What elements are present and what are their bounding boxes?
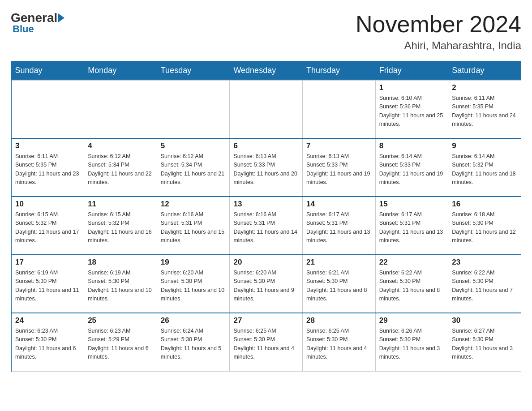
table-row: 30Sunrise: 6:27 AMSunset: 5:30 PMDayligh…: [448, 313, 521, 371]
day-number: 18: [88, 258, 153, 267]
day-info: Sunrise: 6:14 AMSunset: 5:32 PMDaylight:…: [452, 152, 517, 187]
day-info: Sunrise: 6:15 AMSunset: 5:32 PMDaylight:…: [15, 210, 80, 245]
day-info: Sunrise: 6:11 AMSunset: 5:35 PMDaylight:…: [452, 94, 517, 129]
table-row: 28Sunrise: 6:25 AMSunset: 5:30 PMDayligh…: [303, 313, 376, 371]
table-row: 20Sunrise: 6:20 AMSunset: 5:30 PMDayligh…: [230, 255, 303, 313]
day-info: Sunrise: 6:12 AMSunset: 5:34 PMDaylight:…: [161, 152, 226, 187]
table-row: [303, 80, 376, 138]
day-info: Sunrise: 6:11 AMSunset: 5:35 PMDaylight:…: [15, 152, 80, 187]
table-row: 11Sunrise: 6:15 AMSunset: 5:32 PMDayligh…: [84, 197, 157, 255]
col-sunday: Sunday: [11, 61, 84, 81]
day-info: Sunrise: 6:20 AMSunset: 5:30 PMDaylight:…: [161, 269, 226, 304]
table-row: 29Sunrise: 6:26 AMSunset: 5:30 PMDayligh…: [375, 313, 448, 371]
day-number: 7: [306, 141, 372, 150]
day-info: Sunrise: 6:16 AMSunset: 5:31 PMDaylight:…: [233, 210, 299, 245]
table-row: 25Sunrise: 6:23 AMSunset: 5:29 PMDayligh…: [84, 313, 157, 371]
day-info: Sunrise: 6:23 AMSunset: 5:30 PMDaylight:…: [15, 327, 80, 362]
col-monday: Monday: [84, 61, 157, 81]
table-row: 12Sunrise: 6:16 AMSunset: 5:31 PMDayligh…: [157, 197, 230, 255]
day-number: 11: [88, 200, 153, 209]
day-info: Sunrise: 6:14 AMSunset: 5:33 PMDaylight:…: [379, 152, 445, 187]
table-row: 9Sunrise: 6:14 AMSunset: 5:32 PMDaylight…: [448, 138, 521, 197]
day-number: 8: [379, 141, 445, 150]
day-info: Sunrise: 6:20 AMSunset: 5:30 PMDaylight:…: [233, 269, 299, 304]
day-number: 27: [233, 316, 299, 325]
day-info: Sunrise: 6:25 AMSunset: 5:30 PMDaylight:…: [233, 327, 299, 362]
day-info: Sunrise: 6:23 AMSunset: 5:29 PMDaylight:…: [88, 327, 153, 362]
table-row: [11, 80, 84, 138]
col-wednesday: Wednesday: [230, 61, 303, 81]
day-number: 29: [379, 316, 445, 325]
calendar-header-row: Sunday Monday Tuesday Wednesday Thursday…: [11, 61, 521, 81]
day-number: 5: [161, 141, 226, 150]
day-info: Sunrise: 6:21 AMSunset: 5:30 PMDaylight:…: [306, 269, 372, 304]
day-number: 22: [379, 258, 445, 267]
day-number: 13: [233, 200, 299, 209]
day-number: 28: [306, 316, 372, 325]
calendar-week-row: 10Sunrise: 6:15 AMSunset: 5:32 PMDayligh…: [11, 197, 521, 255]
day-number: 23: [452, 258, 517, 267]
day-number: 17: [15, 258, 80, 267]
calendar-week-row: 24Sunrise: 6:23 AMSunset: 5:30 PMDayligh…: [11, 313, 521, 371]
day-number: 19: [161, 258, 226, 267]
day-number: 25: [88, 316, 153, 325]
table-row: 5Sunrise: 6:12 AMSunset: 5:34 PMDaylight…: [157, 138, 230, 197]
table-row: 22Sunrise: 6:22 AMSunset: 5:30 PMDayligh…: [375, 255, 448, 313]
table-row: 21Sunrise: 6:21 AMSunset: 5:30 PMDayligh…: [303, 255, 376, 313]
table-row: 19Sunrise: 6:20 AMSunset: 5:30 PMDayligh…: [157, 255, 230, 313]
table-row: 23Sunrise: 6:22 AMSunset: 5:30 PMDayligh…: [448, 255, 521, 313]
col-thursday: Thursday: [303, 61, 376, 81]
day-info: Sunrise: 6:19 AMSunset: 5:30 PMDaylight:…: [15, 269, 80, 304]
month-title: November 2024: [356, 11, 521, 38]
calendar-table: Sunday Monday Tuesday Wednesday Thursday…: [11, 61, 521, 372]
table-row: 17Sunrise: 6:19 AMSunset: 5:30 PMDayligh…: [11, 255, 84, 313]
day-number: 1: [379, 83, 445, 92]
day-number: 21: [306, 258, 372, 267]
day-number: 24: [15, 316, 80, 325]
table-row: [230, 80, 303, 138]
page-header: General Blue November 2024 Ahiri, Mahara…: [11, 11, 521, 52]
day-number: 9: [452, 141, 517, 150]
table-row: 27Sunrise: 6:25 AMSunset: 5:30 PMDayligh…: [230, 313, 303, 371]
table-row: [157, 80, 230, 138]
day-info: Sunrise: 6:26 AMSunset: 5:30 PMDaylight:…: [379, 327, 445, 362]
day-number: 2: [452, 83, 517, 92]
table-row: 18Sunrise: 6:19 AMSunset: 5:30 PMDayligh…: [84, 255, 157, 313]
day-info: Sunrise: 6:24 AMSunset: 5:30 PMDaylight:…: [161, 327, 226, 362]
day-info: Sunrise: 6:19 AMSunset: 5:30 PMDaylight:…: [88, 269, 153, 304]
day-number: 4: [88, 141, 153, 150]
logo-blue-text: Blue: [13, 23, 34, 35]
day-number: 26: [161, 316, 226, 325]
logo: General Blue: [11, 11, 65, 35]
day-info: Sunrise: 6:13 AMSunset: 5:33 PMDaylight:…: [233, 152, 299, 187]
table-row: 6Sunrise: 6:13 AMSunset: 5:33 PMDaylight…: [230, 138, 303, 197]
table-row: 8Sunrise: 6:14 AMSunset: 5:33 PMDaylight…: [375, 138, 448, 197]
title-area: November 2024 Ahiri, Maharashtra, India: [356, 11, 521, 52]
day-number: 16: [452, 200, 517, 209]
col-friday: Friday: [375, 61, 448, 81]
table-row: 7Sunrise: 6:13 AMSunset: 5:33 PMDaylight…: [303, 138, 376, 197]
day-info: Sunrise: 6:17 AMSunset: 5:31 PMDaylight:…: [379, 210, 445, 245]
table-row: 10Sunrise: 6:15 AMSunset: 5:32 PMDayligh…: [11, 197, 84, 255]
table-row: 3Sunrise: 6:11 AMSunset: 5:35 PMDaylight…: [11, 138, 84, 197]
day-info: Sunrise: 6:16 AMSunset: 5:31 PMDaylight:…: [161, 210, 226, 245]
table-row: 16Sunrise: 6:18 AMSunset: 5:30 PMDayligh…: [448, 197, 521, 255]
day-info: Sunrise: 6:10 AMSunset: 5:36 PMDaylight:…: [379, 94, 445, 129]
table-row: 14Sunrise: 6:17 AMSunset: 5:31 PMDayligh…: [303, 197, 376, 255]
day-info: Sunrise: 6:25 AMSunset: 5:30 PMDaylight:…: [306, 327, 372, 362]
day-info: Sunrise: 6:22 AMSunset: 5:30 PMDaylight:…: [379, 269, 445, 304]
location-title: Ahiri, Maharashtra, India: [356, 39, 521, 52]
table-row: 13Sunrise: 6:16 AMSunset: 5:31 PMDayligh…: [230, 197, 303, 255]
calendar-week-row: 1Sunrise: 6:10 AMSunset: 5:36 PMDaylight…: [11, 80, 521, 138]
logo-arrow-icon: [58, 13, 64, 22]
day-info: Sunrise: 6:18 AMSunset: 5:30 PMDaylight:…: [452, 210, 517, 245]
col-saturday: Saturday: [448, 61, 521, 81]
table-row: 15Sunrise: 6:17 AMSunset: 5:31 PMDayligh…: [375, 197, 448, 255]
day-info: Sunrise: 6:15 AMSunset: 5:32 PMDaylight:…: [88, 210, 153, 245]
day-info: Sunrise: 6:12 AMSunset: 5:34 PMDaylight:…: [88, 152, 153, 187]
table-row: 26Sunrise: 6:24 AMSunset: 5:30 PMDayligh…: [157, 313, 230, 371]
table-row: [84, 80, 157, 138]
day-number: 12: [161, 200, 226, 209]
table-row: 4Sunrise: 6:12 AMSunset: 5:34 PMDaylight…: [84, 138, 157, 197]
col-tuesday: Tuesday: [157, 61, 230, 81]
